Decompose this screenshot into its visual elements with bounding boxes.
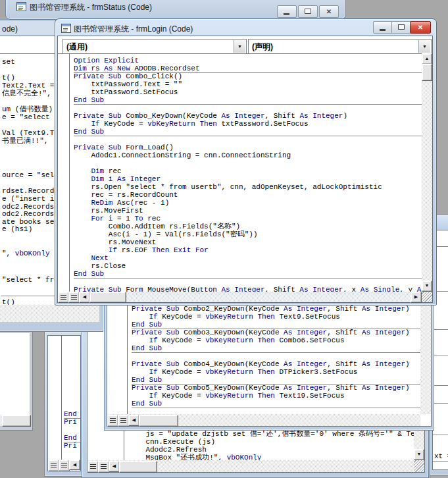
restore-button[interactable]	[391, 21, 411, 34]
horizontal-scrollbar[interactable]: ◀	[87, 460, 414, 472]
middle-code-window[interactable]: Private Sub Combo2_KeyDown(KeyCode As In…	[104, 290, 434, 431]
scroll-left-button[interactable]: ◀	[109, 461, 120, 472]
scrollbar-thumb[interactable]	[2, 415, 31, 427]
scroll-down-button[interactable]: ▼	[414, 449, 424, 460]
scroll-left-button[interactable]: ◀	[69, 460, 80, 470]
split-icon	[110, 418, 116, 423]
scroll-left-button[interactable]: ◀	[128, 415, 139, 426]
procedure-dropdown-value: (声明)	[252, 41, 273, 53]
split-icon	[61, 463, 67, 467]
scroll-up-button[interactable]: ▲	[422, 53, 432, 65]
close-icon: ✕	[320, 7, 338, 16]
vb6-mdi-desktop: 图书馆管理系统 - frmStatus (Code) ✕ xt = EndPri	[0, 0, 448, 478]
split-button[interactable]	[118, 415, 129, 427]
minimize-icon	[284, 13, 289, 15]
middle-code-area[interactable]: Private Sub Combo2_KeyDown(KeyCode As In…	[130, 305, 420, 414]
back-window-title: 图书馆管理系统 - frmStatus (Code)	[30, 2, 152, 13]
restore-button[interactable]	[298, 5, 318, 18]
indicator-margin	[107, 292, 128, 414]
split-button[interactable]	[107, 415, 118, 427]
minimize-icon	[380, 29, 386, 31]
back-top-window[interactable]: 图书馆管理系统 - frmStatus (Code) ✕	[5, 0, 346, 20]
vertical-scrollbar[interactable]	[420, 292, 431, 414]
restore-icon	[398, 24, 405, 30]
split-button[interactable]	[58, 292, 69, 303]
strip-code-window[interactable]: EndPri EndPri ◀	[44, 331, 83, 477]
close-button[interactable]: ✕	[410, 21, 431, 34]
horizontal-scrollbar[interactable]: ◀ ▶	[58, 292, 422, 302]
chevron-down-icon[interactable]: ▼	[418, 40, 430, 53]
split-icon	[120, 418, 126, 423]
horizontal-scrollbar[interactable]	[0, 415, 30, 426]
scroll-left-button[interactable]: ◀	[79, 292, 90, 303]
main-code-area[interactable]: Option ExplicitDim rs As New ADODB.Recor…	[70, 53, 426, 295]
split-icon	[90, 464, 96, 469]
corner-fragment-window[interactable]	[0, 331, 33, 431]
chevron-down-icon[interactable]: ▼	[234, 40, 245, 53]
close-button[interactable]: ✕	[319, 5, 339, 18]
scrollbar-thumb[interactable]	[139, 415, 178, 427]
main-code-window[interactable]: 图书馆管理系统 - frmLogin (Code) ✕ (通用) ▼ (声明) …	[55, 18, 437, 305]
split-button[interactable]	[98, 461, 109, 473]
minimize-button[interactable]	[277, 5, 297, 18]
split-icon	[51, 463, 57, 467]
split-button[interactable]	[48, 460, 59, 471]
resize-grip[interactable]	[414, 460, 424, 472]
strip-code-area[interactable]: EndPri EndPri	[62, 410, 80, 451]
split-icon	[71, 295, 77, 300]
split-icon	[101, 464, 107, 469]
horizontal-scrollbar[interactable]: ◀	[107, 414, 420, 426]
indicator-margin	[48, 336, 62, 460]
close-icon: ✕	[411, 22, 430, 32]
restore-icon	[305, 9, 311, 14]
minimize-button[interactable]	[373, 21, 393, 34]
middle-window-body[interactable]: Private Sub Combo2_KeyDown(KeyCode As In…	[107, 292, 431, 426]
corner-window-body	[0, 333, 30, 426]
object-dropdown[interactable]: (通用) ▼	[62, 39, 247, 54]
split-button[interactable]	[68, 292, 80, 303]
split-button[interactable]	[87, 461, 99, 473]
vertical-scrollbar[interactable]: ▲ ▼	[422, 53, 432, 292]
code-window-icon	[61, 24, 71, 33]
scroll-right-button[interactable]: ▶	[411, 292, 422, 303]
scrollbar-thumb[interactable]	[119, 461, 157, 473]
strip-window-body[interactable]: EndPri EndPri ◀	[48, 336, 80, 471]
indicator-margin	[58, 54, 70, 292]
object-dropdown-value: (通用)	[66, 41, 87, 53]
horizontal-scrollbar[interactable]	[0, 305, 99, 322]
code-window-icon	[16, 2, 26, 11]
split-icon	[61, 295, 66, 300]
resize-grip[interactable]	[422, 292, 432, 302]
scrollbar-thumb[interactable]	[422, 64, 432, 81]
main-window-body: (通用) ▼ (声明) ▼ Option ExplicitDim rs As N…	[58, 36, 432, 302]
scroll-down-button[interactable]: ▼	[422, 280, 432, 292]
strip-scroll-row[interactable]: ◀	[48, 460, 80, 471]
main-window-title: 图书馆管理系统 - frmLogin (Code)	[74, 24, 193, 35]
left-code-area[interactable]: sett()Text2.Text = "信息不完全!",um (借书数量) =e…	[1, 20, 55, 305]
procedure-dropdown[interactable]: (声明) ▼	[248, 39, 432, 54]
split-button[interactable]	[59, 460, 70, 471]
scrollbar-thumb[interactable]	[89, 292, 126, 303]
